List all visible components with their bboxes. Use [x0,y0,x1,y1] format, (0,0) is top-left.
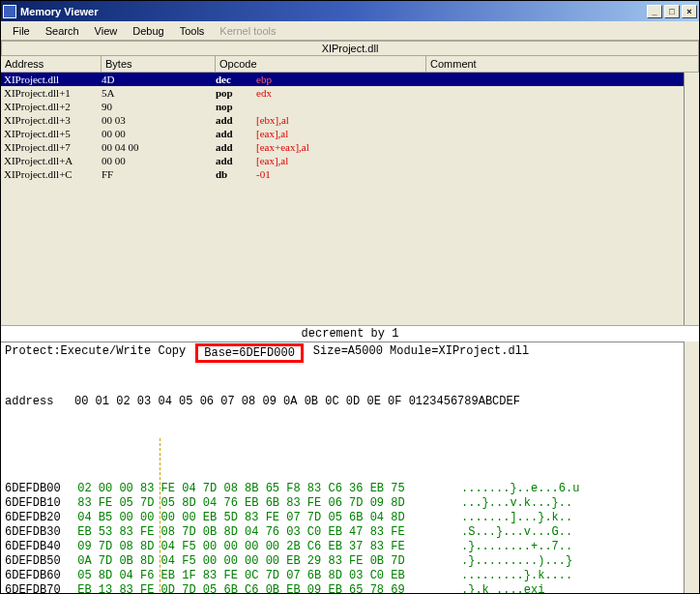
info-bar: Protect:Execute/Write Copy Base=6DEFD000… [1,342,684,364]
menu-file[interactable]: File [5,23,38,39]
disasm-row[interactable]: XIProject.dll+700 04 00add[eax+eax],al [1,140,684,154]
disasm-row[interactable]: XIProject.dll+A00 00add[eax],al [1,154,684,167]
hex-separator [160,438,160,594]
disasm-row[interactable]: XIProject.dll+300 03add[ebx],al [1,113,684,127]
info-base-highlighted: Base=6DEFD000 [195,343,304,363]
close-button[interactable]: × [682,5,697,18]
menu-search[interactable]: Search [38,23,87,39]
menu-kernel-tools: Kernel tools [212,23,283,39]
info-size-module: Size=A5000 Module=XIProject.dll [313,344,529,362]
info-protect: Protect:Execute/Write Copy [5,344,186,362]
menu-tools[interactable]: Tools [172,23,213,39]
header-bytes[interactable]: Bytes [102,56,216,72]
hex-row[interactable]: 6DEFDB20 04 B5 00 00 00 00 EB 5D 83 FE 0… [5,511,680,525]
hex-row[interactable]: 6DEFDB40 09 7D 08 8D 04 F5 00 00 00 00 2… [5,540,680,554]
disasm-row[interactable]: XIProject.dll+15Apopedx [1,86,684,100]
disasm-scrollbar[interactable] [684,73,699,325]
hex-row[interactable]: 6DEFDB00 02 00 00 83 FE 04 7D 08 8B 65 F… [5,482,680,496]
menu-debug[interactable]: Debug [125,23,171,39]
hint-bar: decrement by 1 [1,325,699,342]
disassembly-panel[interactable]: XIProject.dll4DdecebpXIProject.dll+15Apo… [1,73,684,196]
header-address[interactable]: Address [1,56,102,72]
window-titlebar: Memory Viewer _ □ × [1,1,699,21]
hex-row[interactable]: 6DEFDB60 05 8D 04 F6 EB 1F 83 FE 0C 7D 0… [5,569,680,583]
app-icon [3,5,16,18]
hex-row[interactable]: 6DEFDB10 83 FE 05 7D 05 8D 04 76 EB 6B 8… [5,496,680,511]
header-comment[interactable]: Comment [426,56,699,72]
header-opcode[interactable]: Opcode [216,56,426,72]
minimize-button[interactable]: _ [647,5,662,18]
hex-header: address 00 01 02 03 04 05 06 07 08 09 0A… [5,395,680,409]
disasm-row[interactable]: XIProject.dll+290nop [1,100,684,113]
hex-scrollbar[interactable] [684,342,699,594]
disasm-headers: Address Bytes Opcode Comment [1,56,699,73]
module-title: XIProject.dll [1,41,699,56]
disasm-row[interactable]: XIProject.dll+CFFdb-01 [1,167,684,181]
hex-row[interactable]: 6DEFDB30 EB 53 83 FE 08 7D 0B 8D 04 76 0… [5,525,680,540]
hex-row[interactable]: 6DEFDB50 0A 7D 0B 8D 04 F5 00 00 00 00 E… [5,554,680,569]
window-title: Memory Viewer [20,6,645,17]
menu-bar: File Search View Debug Tools Kernel tool… [1,21,699,41]
disasm-row[interactable]: XIProject.dll4Ddecebp [1,73,684,86]
hex-row[interactable]: 6DEFDB70 EB 13 83 FE 0D 7D 05 6B C6 0B E… [5,583,680,594]
disasm-row[interactable]: XIProject.dll+500 00add[eax],al [1,127,684,140]
maximize-button[interactable]: □ [664,5,680,18]
menu-view[interactable]: View [87,23,126,39]
hex-dump-panel[interactable]: address 00 01 02 03 04 05 06 07 08 09 0A… [1,364,684,594]
